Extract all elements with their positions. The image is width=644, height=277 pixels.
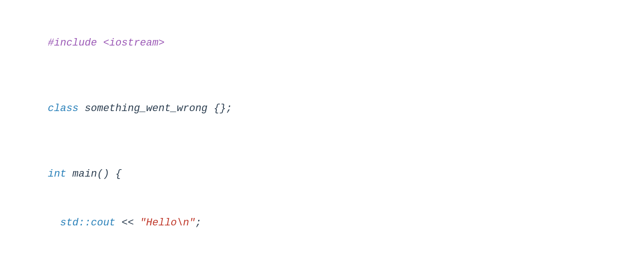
keyword-int: int [48,168,67,180]
line-throw: throw(something_went_wrong{}); [23,264,621,277]
class-name: something_went_wrong {}; [79,103,232,114]
shift-op: << [115,217,140,229]
std-cout: std::cout [60,217,115,229]
line-include: #include <iostream> [23,19,621,68]
include-directive: #include <iostream> [48,37,165,49]
line-blank-3 [23,248,621,264]
main-signature: main() { [66,168,121,180]
line-blank-1 [23,68,621,84]
line-blank-2 [23,133,621,149]
code-block: #include <iostream> class something_went… [23,19,621,277]
string-literal: "Hello\n" [140,217,195,229]
indent-cout [48,217,60,229]
keyword-class: class [48,103,79,114]
line-int-main: int main() { [23,150,621,199]
line-cout: std::cout << "Hello\n"; [23,198,621,248]
line-class: class something_went_wrong {}; [23,84,621,133]
semicolon-cout: ; [195,217,201,229]
